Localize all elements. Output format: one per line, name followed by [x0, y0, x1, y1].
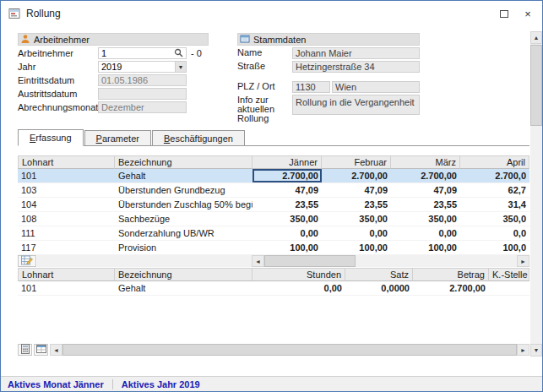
abrechnungsmonat-field: Dezember [98, 101, 187, 113]
grid-cell[interactable]: 108 [18, 212, 115, 226]
grid-cell[interactable]: 350,00 [252, 212, 322, 226]
table-row[interactable]: 111Sonderzahlung UB/WR0,000,000,000,0 [18, 226, 529, 241]
plz-field: 1130 [292, 81, 330, 93]
grid-cell[interactable]: 23,55 [322, 198, 391, 211]
grid-cell[interactable]: Sachbezüge [115, 212, 252, 226]
grid-cell[interactable]: Provision [115, 241, 252, 254]
grid-cell[interactable]: 2.700,00 [322, 169, 391, 182]
column-header[interactable]: K.-Stelle [489, 268, 529, 281]
grid-cell[interactable]: 100,0 [460, 241, 529, 254]
tab-parameter[interactable]: Parameter [84, 130, 151, 145]
table-row[interactable]: 108Sachbezüge350,00350,00350,00350,0 [18, 212, 529, 226]
grid-cell[interactable]: 47,09 [252, 183, 322, 197]
arbeitnehmer-suffix: - 0 [191, 47, 202, 58]
hscrollbar-thumb[interactable] [62, 344, 517, 356]
vscrollbar-thumb[interactable] [530, 45, 542, 126]
maximize-icon [500, 10, 508, 18]
grid-cell[interactable]: 0,00 [322, 226, 391, 240]
grid-cell[interactable]: Gehalt [115, 169, 252, 182]
scroll-up-button[interactable]: ▲ [530, 31, 542, 44]
scroll-left-button[interactable]: ◄ [50, 344, 62, 356]
detail-hscrollbar[interactable]: ◄ ► [50, 344, 529, 356]
table-row[interactable]: 117Provision100,00100,00100,00100,0 [18, 241, 529, 255]
austrittsdatum-field [98, 88, 187, 100]
grid-cell[interactable]: 0,0000 [345, 281, 413, 295]
edit-grid-button[interactable] [18, 255, 36, 267]
grid-cell[interactable]: 23,55 [391, 198, 460, 211]
column-header[interactable]: Bezeichnung [115, 155, 252, 169]
table-row[interactable]: 103Überstunden Grundbezug47,0947,0947,09… [18, 183, 529, 198]
table-row[interactable]: 101Gehalt0,000,00002.700,00 [18, 281, 529, 296]
grid-cell[interactable]: 350,0 [460, 212, 529, 226]
table-row[interactable]: 101Gehalt2.700,002.700,002.700,002.700,0 [18, 169, 529, 183]
grid-cell[interactable]: 100,00 [322, 241, 391, 254]
grid-header-row: LohnartBezeichnungStundenSatzBetragK.-St… [18, 268, 529, 281]
table-button[interactable] [34, 344, 48, 356]
search-icon[interactable] [174, 48, 183, 59]
grid-cell[interactable]: 31,4 [460, 198, 529, 211]
column-header[interactable]: März [391, 155, 460, 169]
column-header[interactable]: Stunden [252, 268, 345, 281]
grid-cell[interactable]: Überstunden Grundbezug [115, 183, 252, 197]
scroll-right-button[interactable]: ► [517, 255, 529, 267]
hscrollbar-thumb[interactable] [264, 255, 356, 267]
grid-cell[interactable]: 2.700,0 [460, 169, 529, 182]
grid-cell[interactable]: 100,00 [391, 241, 460, 254]
arbeitnehmer-label: Arbeitnehmer [18, 47, 98, 58]
column-header[interactable]: Betrag [413, 268, 489, 281]
grid-cell[interactable]: 350,00 [391, 212, 460, 226]
grid-cell[interactable]: 117 [18, 241, 115, 254]
grid-cell[interactable]: 350,00 [322, 212, 391, 226]
grid-cell[interactable]: 2.700,00 [413, 281, 489, 295]
column-header[interactable]: April [460, 155, 529, 169]
grid-cell[interactable]: 23,55 [252, 198, 322, 211]
grid-cell[interactable]: 0,0 [460, 226, 529, 240]
grid-cell[interactable]: 0,00 [252, 226, 322, 240]
table-row[interactable]: 104Überstunden Zuschlag 50% begünstigt23… [18, 198, 529, 212]
scroll-down-button[interactable]: ▼ [530, 344, 542, 357]
column-header[interactable]: Februar [322, 155, 391, 169]
grid-cell[interactable]: Sonderzahlung UB/WR [115, 226, 252, 240]
jahr-select[interactable]: 2019 ▼ [98, 61, 187, 73]
grid-cell[interactable]: 47,09 [391, 183, 460, 197]
column-header[interactable]: Lohnart [18, 268, 115, 281]
grid-cell[interactable]: 101 [18, 169, 115, 182]
calculator-button[interactable] [18, 344, 32, 356]
name-field: Johann Maier [292, 47, 420, 59]
grid-cell[interactable]: Gehalt [115, 281, 252, 295]
name-value: Johann Maier [296, 48, 352, 58]
grid-cell[interactable] [489, 281, 529, 295]
column-header[interactable]: Jänner [252, 155, 322, 169]
grid-cell[interactable]: 2.700,00 [252, 169, 322, 182]
column-header[interactable]: Bezeichnung [115, 268, 252, 281]
plz-value: 1130 [296, 82, 316, 92]
close-icon: × [524, 8, 531, 19]
tab-beschaeftigungen[interactable]: Beschäftigungen [152, 130, 245, 145]
months-hscrollbar[interactable]: ◄ ► [252, 255, 529, 267]
grid-cell[interactable]: 47,09 [322, 183, 391, 197]
grid-cell[interactable]: 0,00 [391, 226, 460, 240]
grid-cell[interactable]: 111 [18, 226, 115, 240]
tab-erfassung[interactable]: Erfassung [18, 129, 84, 146]
grid-cell[interactable]: 62,7 [460, 183, 529, 197]
strasse-field-row: Straße Hetzingerstraße 34 [237, 61, 420, 73]
arbeitnehmer-input[interactable]: 1 [98, 47, 187, 59]
grid-cell[interactable]: 2.700,00 [391, 169, 460, 182]
column-header[interactable]: Lohnart [18, 155, 115, 169]
grid-cell[interactable]: Überstunden Zuschlag 50% begünstigt [115, 198, 252, 211]
vertical-scrollbar[interactable]: ▲ ▼ [530, 31, 542, 357]
grid-cell[interactable]: 104 [18, 198, 115, 211]
scroll-right-button[interactable]: ► [517, 344, 529, 356]
column-header[interactable]: Satz [345, 268, 413, 281]
grid-cell[interactable]: 0,00 [252, 281, 345, 295]
titlebar-buttons: × [497, 7, 535, 20]
arbeitnehmer-group-caption: Arbeitnehmer [18, 33, 209, 46]
close-button[interactable]: × [521, 7, 535, 20]
scroll-left-button[interactable]: ◄ [252, 255, 264, 267]
maximize-button[interactable] [497, 7, 511, 20]
grid-cell[interactable]: 100,00 [252, 241, 322, 254]
grid-cell[interactable]: 101 [18, 281, 115, 295]
grid-cell[interactable]: 103 [18, 183, 115, 197]
chevron-down-icon[interactable]: ▼ [175, 62, 186, 72]
rollung-info-label: Info zur aktuellen Rollung [237, 95, 292, 123]
